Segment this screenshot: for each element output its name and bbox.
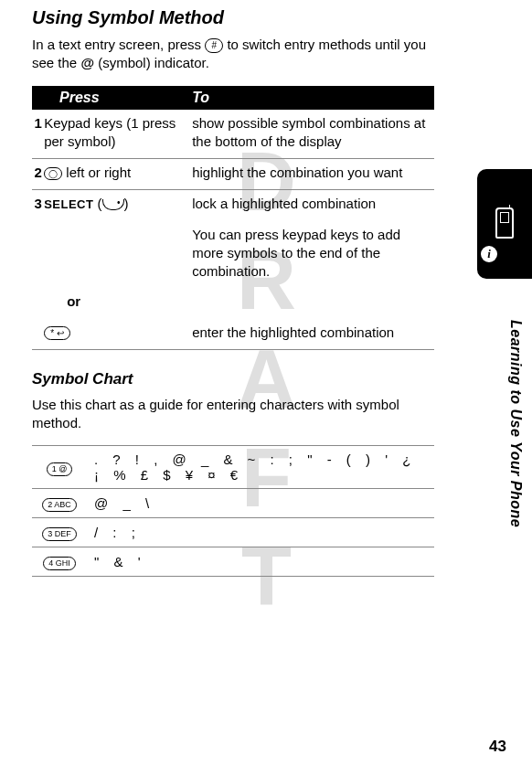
key-cell: 1 @	[32, 446, 87, 489]
sidebar: i Learning to Use Your Phone	[500, 0, 532, 765]
header-press: Press	[32, 86, 185, 110]
press-cell: left or right	[44, 159, 185, 190]
select-label: SELECT	[44, 197, 93, 211]
table-row: or	[32, 288, 434, 318]
row-num	[32, 319, 44, 350]
table-row: 2 left or right highlight the combinatio…	[32, 159, 434, 190]
sidebar-icon-box: i	[477, 169, 532, 279]
keypad-2-icon: 2 ABC	[42, 498, 77, 512]
page-number: 43	[489, 738, 506, 756]
press-to-table: Press To 1 Keypad keys (1 press per symb…	[32, 86, 434, 350]
press-cell: or	[44, 288, 185, 318]
row-num: 1	[32, 110, 44, 159]
press-text: left or right	[62, 165, 131, 180]
table-row: 3 SELECT () lock a highlighted combinati…	[32, 190, 434, 221]
table-row: 4 GHI " & '	[32, 547, 434, 577]
intro-paragraph: In a text entry screen, press # to switc…	[32, 36, 434, 73]
keypad-1-icon: 1 @	[47, 462, 73, 476]
to-cell: enter the highlighted combination	[185, 319, 434, 350]
header-to: To	[185, 86, 434, 110]
chart-title: Symbol Chart	[32, 370, 434, 388]
nav-key-icon	[44, 167, 62, 180]
soft-key-icon	[102, 199, 124, 210]
star-key-icon: * ↩	[44, 326, 70, 341]
to-cell: highlight the combination you want	[185, 159, 434, 190]
symbol-indicator-icon: @	[80, 54, 94, 72]
table-row: * ↩ enter the highlighted combination	[32, 319, 434, 350]
info-icon: i	[481, 246, 497, 262]
row-num	[32, 288, 44, 318]
keypad-3-icon: 3 DEF	[42, 527, 77, 541]
key-cell: 4 GHI	[32, 547, 87, 577]
press-cell: Keypad keys (1 press per symbol)	[44, 110, 185, 159]
main-content: Using Symbol Method In a text entry scre…	[32, 7, 434, 577]
table-row: 3 DEF / : ;	[32, 518, 434, 547]
chart-intro: Use this chart as a guide for entering c…	[32, 396, 434, 433]
row-num: 3	[32, 190, 44, 221]
intro-text-3: (symbol) indicator.	[94, 55, 209, 70]
symbols-cell: / : ;	[87, 518, 434, 547]
to-cell: show possible symbol combinations at the…	[185, 110, 434, 159]
hash-key-icon: #	[205, 38, 223, 53]
section-title: Using Symbol Method	[32, 7, 434, 28]
to-cell: You can press keypad keys to add more sy…	[185, 221, 434, 289]
paren-close: )	[124, 196, 129, 211]
row-num	[32, 221, 44, 289]
to-cell	[185, 288, 434, 318]
table-row: 1 @ . ? ! , @ _ & ~ : ; " - ( ) ' ¿ ¡ % …	[32, 446, 434, 489]
press-cell	[44, 221, 185, 289]
to-cell: lock a highlighted combination	[185, 190, 434, 221]
symbol-chart-table: 1 @ . ? ! , @ _ & ~ : ; " - ( ) ' ¿ ¡ % …	[32, 445, 434, 577]
key-cell: 3 DEF	[32, 518, 87, 547]
table-row: 2 ABC @ _ \	[32, 489, 434, 518]
press-cell: SELECT ()	[44, 190, 185, 221]
sidebar-chapter-title: Learning to Use Your Phone	[507, 320, 524, 527]
phone-icon-wrap: i	[495, 207, 514, 240]
table-row: 1 Keypad keys (1 press per symbol) show …	[32, 110, 434, 159]
symbols-cell: " & '	[87, 547, 434, 577]
keypad-4-icon: 4 GHI	[43, 557, 76, 570]
paren-open: (	[93, 196, 101, 211]
table-row: You can press keypad keys to add more sy…	[32, 221, 434, 289]
key-cell: 2 ABC	[32, 489, 87, 518]
or-label: or	[44, 293, 80, 309]
symbols-cell: . ? ! , @ _ & ~ : ; " - ( ) ' ¿ ¡ % £ $ …	[87, 446, 434, 489]
press-cell: * ↩	[44, 319, 185, 350]
row-num: 2	[32, 159, 44, 190]
intro-text-1: In a text entry screen, press	[32, 37, 205, 52]
phone-icon	[495, 207, 514, 239]
symbols-cell: @ _ \	[87, 489, 434, 518]
